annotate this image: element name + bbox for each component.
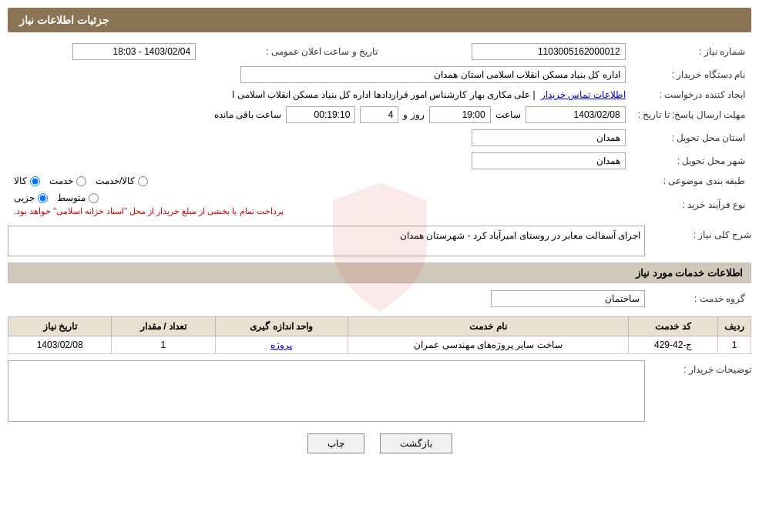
- time-input[interactable]: [429, 106, 491, 123]
- process-motavasset-option[interactable]: متوسط: [57, 192, 99, 203]
- deadline-date-input[interactable]: [526, 106, 626, 123]
- need-number-label: شماره نیاز :: [632, 40, 751, 63]
- need-number-input[interactable]: [472, 43, 626, 60]
- content-area: A شماره نیاز : تاریخ و ساعت اعلان عمومی …: [8, 40, 751, 453]
- requester-value: اطلاعات تماس خریدار | علی مکاری بهار کار…: [8, 86, 632, 103]
- table-cell-date: 1403/02/08: [8, 336, 112, 354]
- process-radio-group: متوسط جزیی: [14, 192, 99, 203]
- need-number-value: [393, 40, 632, 63]
- category-service-radio[interactable]: [76, 176, 86, 186]
- col-date: تاریخ نیاز: [8, 317, 112, 336]
- table-cell-quantity: 1: [112, 336, 215, 354]
- category-service-option[interactable]: خدمت: [49, 176, 86, 186]
- print-button[interactable]: چاپ: [307, 433, 364, 453]
- deadline-fields: ساعت روز و ساعت باقی مانده: [14, 106, 626, 123]
- province-label: استان محل تحویل :: [632, 126, 751, 149]
- col-qty: تعداد / مقدار: [112, 317, 215, 336]
- header-title: جزئیات اطلاعات نیاز: [19, 14, 109, 26]
- process-jozi-option[interactable]: جزیی: [14, 192, 48, 203]
- province-input[interactable]: [472, 129, 626, 146]
- col-row: ردیف: [718, 317, 751, 336]
- table-row: 1ج-42-429ساخت سایر پروژه‌های مهندسی عمرا…: [8, 336, 751, 354]
- requester-label: ایجاد کننده درخواست :: [632, 86, 751, 103]
- announce-label: تاریخ و ساعت اعلان عمومی :: [202, 40, 393, 63]
- table-cell-row: 1: [718, 336, 751, 354]
- table-cell-unit: پروژه: [215, 336, 348, 354]
- page-wrapper: جزئیات اطلاعات نیاز A شماره نیاز : تاریخ…: [0, 0, 759, 532]
- process-jozi-radio[interactable]: [38, 193, 48, 203]
- deadline-value: ساعت روز و ساعت باقی مانده: [8, 103, 632, 126]
- service-group-label: گروه خدمت :: [651, 287, 751, 310]
- button-bar: بازگشت چاپ: [8, 433, 751, 453]
- svg-text:A: A: [371, 233, 389, 262]
- day-input[interactable]: [360, 106, 398, 123]
- announce-value: [8, 40, 202, 63]
- col-name: نام خدمت: [348, 317, 629, 336]
- deadline-label: مهلت ارسال پاسخ: تا تاریخ :: [632, 103, 751, 126]
- category-kala-radio[interactable]: [30, 176, 40, 186]
- process-motavasset-label: متوسط: [57, 192, 86, 203]
- city-input[interactable]: [472, 152, 626, 169]
- col-code: کد خدمت: [629, 317, 718, 336]
- city-value: [8, 149, 632, 172]
- category-kala-service-radio[interactable]: [138, 176, 148, 186]
- col-unit: واحد اندازه گیری: [215, 317, 348, 336]
- day-label: روز و: [403, 109, 424, 120]
- category-kala-service-option[interactable]: کالا/خدمت: [96, 176, 148, 186]
- table-cell-code: ج-42-429: [629, 336, 718, 354]
- watermark-shield: A: [311, 178, 449, 316]
- back-button[interactable]: بازگشت: [380, 433, 452, 453]
- buyer-desc-row: توضیحات خریدار :: [8, 360, 751, 422]
- process-label: نوع فرآیند خرید :: [632, 189, 751, 219]
- city-label: شهر محل تحویل :: [632, 149, 751, 172]
- category-kala-option[interactable]: کالا: [14, 176, 40, 186]
- category-label: طبقه بندی موضوعی :: [632, 172, 751, 189]
- category-kala-label: کالا: [14, 176, 27, 186]
- remaining-input[interactable]: [286, 106, 355, 123]
- service-group-input[interactable]: [491, 290, 645, 307]
- time-label: ساعت: [495, 109, 521, 120]
- province-value: [8, 126, 632, 149]
- announce-input[interactable]: [72, 43, 196, 60]
- process-motavasset-radio[interactable]: [89, 193, 99, 203]
- buyer-value: [8, 63, 632, 86]
- buyer-label: نام دستگاه خریدار :: [632, 63, 751, 86]
- requester-text: | علی مکاری بهار کارشناس امور قراردادها …: [232, 89, 535, 100]
- buyer-desc-textarea[interactable]: [8, 360, 645, 422]
- process-note: پرداخت تمام یا بخشی از مبلغ خریدار از مح…: [14, 206, 284, 216]
- category-kala-service-label: کالا/خدمت: [96, 176, 135, 186]
- remaining-label: ساعت باقی مانده: [214, 109, 282, 120]
- requester-link[interactable]: اطلاعات تماس خریدار: [541, 89, 626, 100]
- description-label: شرح کلی نیاز :: [651, 226, 751, 240]
- services-table: ردیف کد خدمت نام خدمت واحد اندازه گیری ت…: [8, 316, 751, 354]
- page-header: جزئیات اطلاعات نیاز: [8, 8, 751, 32]
- category-service-label: خدمت: [49, 176, 73, 186]
- buyer-input[interactable]: [240, 66, 626, 83]
- process-jozi-label: جزیی: [14, 192, 35, 203]
- buyer-desc-label: توضیحات خریدار :: [651, 360, 751, 375]
- table-cell-name: ساخت سایر پروژه‌های مهندسی عمران: [348, 336, 629, 354]
